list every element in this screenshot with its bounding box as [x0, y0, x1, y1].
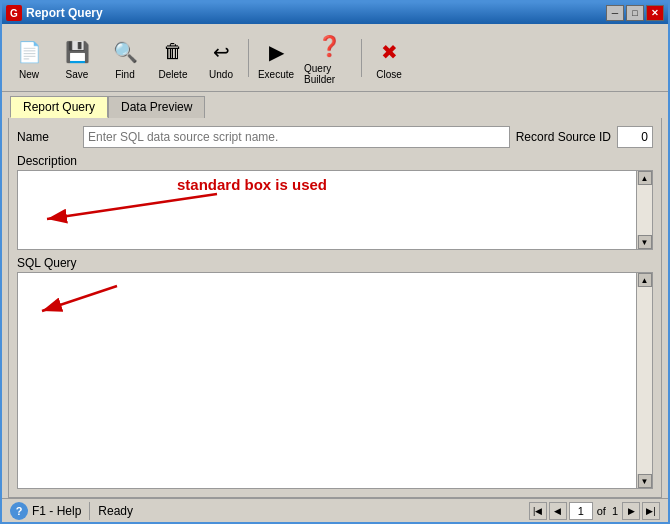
minimize-button[interactable]: ─ — [606, 5, 624, 21]
sql-query-textarea[interactable] — [18, 273, 652, 488]
name-label: Name — [17, 130, 77, 144]
status-text: Ready — [98, 504, 520, 518]
help-icon: ? — [10, 502, 28, 520]
description-scrollbar[interactable]: ▲ ▼ — [636, 171, 652, 249]
help-section: ? F1 - Help — [10, 502, 90, 520]
query-builder-label: Query Builder — [304, 63, 354, 85]
execute-button[interactable]: ▶ Execute — [253, 33, 299, 83]
delete-label: Delete — [159, 69, 188, 80]
new-icon: 📄 — [13, 36, 45, 68]
title-bar: G Report Query ─ □ ✕ — [2, 2, 668, 24]
name-input[interactable] — [83, 126, 510, 148]
delete-button[interactable]: 🗑 Delete — [150, 33, 196, 83]
toolbar-separator-2 — [361, 39, 362, 77]
sql-scrollbar[interactable]: ▲ ▼ — [636, 273, 652, 488]
sql-scroll-up-arrow[interactable]: ▲ — [638, 273, 652, 287]
nav-prev-button[interactable]: ◀ — [549, 502, 567, 520]
scroll-down-arrow[interactable]: ▼ — [638, 235, 652, 249]
navigation-controls: |◀ ◀ of 1 ▶ ▶| — [529, 502, 660, 520]
record-source-id-label: Record Source ID — [516, 130, 611, 144]
nav-next-button[interactable]: ▶ — [622, 502, 640, 520]
nav-total-pages: 1 — [612, 505, 618, 517]
find-label: Find — [115, 69, 134, 80]
scroll-up-arrow[interactable]: ▲ — [638, 171, 652, 185]
close-window-button[interactable]: ✕ — [646, 5, 664, 21]
close-button[interactable]: ✖ Close — [366, 33, 412, 83]
new-label: New — [19, 69, 39, 80]
delete-icon: 🗑 — [157, 36, 189, 68]
record-source-id-input[interactable] — [617, 126, 653, 148]
description-textarea[interactable] — [18, 171, 636, 249]
query-builder-icon: ❓ — [313, 30, 345, 62]
description-area-wrapper: ▲ ▼ — [17, 170, 653, 250]
window-controls: ─ □ ✕ — [606, 5, 664, 21]
help-label: F1 - Help — [32, 504, 81, 518]
save-label: Save — [66, 69, 89, 80]
status-bar: ? F1 - Help Ready |◀ ◀ of 1 ▶ ▶| — [2, 498, 668, 522]
maximize-button[interactable]: □ — [626, 5, 644, 21]
scroll-track — [637, 185, 652, 235]
nav-last-button[interactable]: ▶| — [642, 502, 660, 520]
sql-scroll-down-arrow[interactable]: ▼ — [638, 474, 652, 488]
nav-of-label: of — [597, 505, 606, 517]
tab-data-preview[interactable]: Data Preview — [108, 96, 205, 118]
execute-icon: ▶ — [260, 36, 292, 68]
undo-icon: ↩ — [205, 36, 237, 68]
nav-first-button[interactable]: |◀ — [529, 502, 547, 520]
description-label: Description — [17, 154, 653, 168]
close-icon: ✖ — [373, 36, 405, 68]
main-window: G Report Query ─ □ ✕ 📄 New 💾 Save 🔍 Find… — [0, 0, 670, 524]
execute-label: Execute — [258, 69, 294, 80]
sql-scroll-track — [637, 287, 652, 474]
tab-bar: Report Query Data Preview — [2, 92, 668, 118]
undo-label: Undo — [209, 69, 233, 80]
new-button[interactable]: 📄 New — [6, 33, 52, 83]
save-button[interactable]: 💾 Save — [54, 33, 100, 83]
description-section: Description ▲ ▼ standard box is used — [17, 154, 653, 250]
nav-page-input[interactable] — [569, 502, 593, 520]
sql-query-label: SQL Query — [17, 256, 653, 270]
find-button[interactable]: 🔍 Find — [102, 33, 148, 83]
window-title: Report Query — [26, 6, 606, 20]
toolbar: 📄 New 💾 Save 🔍 Find 🗑 Delete ↩ Undo ▶ Ex… — [2, 24, 668, 92]
query-builder-button[interactable]: ❓ Query Builder — [301, 27, 357, 88]
find-icon: 🔍 — [109, 36, 141, 68]
name-row: Name Record Source ID — [17, 126, 653, 148]
save-icon: 💾 — [61, 36, 93, 68]
tab-report-query[interactable]: Report Query — [10, 96, 108, 118]
undo-button[interactable]: ↩ Undo — [198, 33, 244, 83]
sql-query-section: SQL Query ▲ ▼ — [17, 256, 653, 489]
close-label: Close — [376, 69, 402, 80]
sql-query-area-wrapper: ▲ ▼ — [17, 272, 653, 489]
content-area: Name Record Source ID Description ▲ ▼ — [8, 118, 662, 498]
app-icon: G — [6, 5, 22, 21]
toolbar-separator — [248, 39, 249, 77]
